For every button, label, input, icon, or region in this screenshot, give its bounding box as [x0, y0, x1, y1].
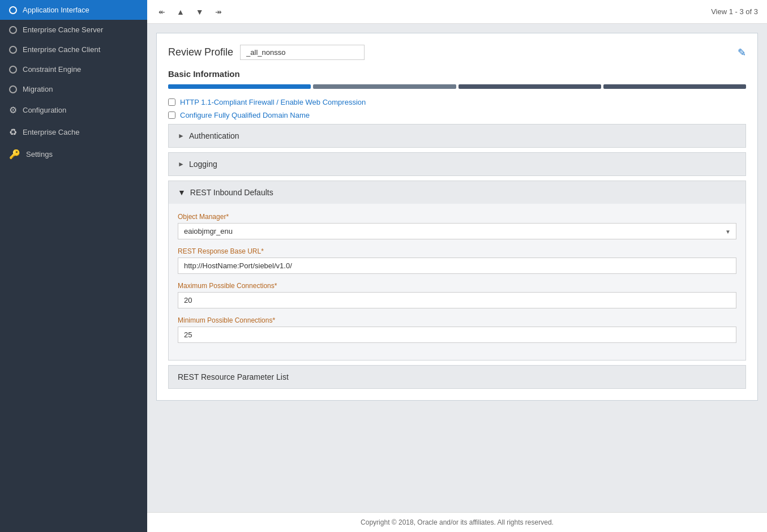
authentication-header[interactable]: ► Authentication: [169, 125, 745, 147]
chevron-right-icon: ►: [178, 132, 185, 140]
fqdn-label: Configure Fully Qualified Domain Name: [180, 111, 310, 119]
profile-name-input[interactable]: [240, 45, 365, 60]
sidebar-item-enterprise-cache-client[interactable]: Enterprise Cache Client: [0, 40, 147, 59]
rest-resource-title: REST Resource Parameter List: [178, 372, 289, 381]
sidebar-item-label: Enterprise Cache Client: [23, 45, 100, 54]
key-icon: 🔑: [9, 149, 20, 160]
sidebar-item-label: Application Interface: [23, 6, 89, 14]
circle-icon: [9, 46, 17, 54]
sidebar-item-application-interface[interactable]: Application Interface: [0, 0, 147, 20]
recycle-icon: ♻: [9, 127, 17, 138]
logging-section: ► Logging: [168, 152, 746, 176]
sidebar-item-label: Migration: [23, 85, 53, 93]
nav-prev-button[interactable]: ▲: [174, 6, 187, 18]
gear-icon: ⚙: [9, 105, 17, 115]
chevron-right-icon: ►: [178, 160, 185, 168]
nav-last-button[interactable]: ↠: [213, 6, 224, 18]
logging-header[interactable]: ► Logging: [169, 153, 745, 175]
toolbar-nav: ↞ ▲ ▼ ↠: [156, 6, 224, 18]
rest-inbound-header[interactable]: ▼ REST Inbound Defaults: [169, 181, 745, 204]
sidebar-item-label: Constraint Engine: [23, 65, 81, 74]
max-connections-group: Maximum Possible Connections*: [178, 282, 736, 308]
sidebar-group-label: Enterprise Cache: [23, 128, 79, 136]
sidebar-group-label: Settings: [26, 150, 53, 158]
max-connections-input[interactable]: [178, 292, 736, 308]
footer-text: Copyright © 2018, Oracle and/or its affi…: [361, 518, 554, 526]
sidebar-group-configuration[interactable]: ⚙ Configuration: [0, 99, 147, 121]
review-card: Review Profile ✎ Basic Information HTTP: [156, 33, 758, 401]
rest-inbound-title: REST Inbound Defaults: [190, 188, 273, 197]
circle-icon: [9, 6, 17, 14]
review-header: Review Profile ✎: [168, 45, 746, 60]
content-area: Review Profile ✎ Basic Information HTTP: [147, 24, 767, 512]
edit-icon[interactable]: ✎: [738, 46, 746, 59]
rest-response-url-group: REST Response Base URL*: [178, 247, 736, 274]
sidebar-item-enterprise-cache-server[interactable]: Enterprise Cache Server: [0, 20, 147, 40]
progress-segment-3: [459, 84, 601, 89]
main-content: ↞ ▲ ▼ ↠ View 1 - 3 of 3 Review Profile ✎…: [147, 0, 767, 532]
view-info: View 1 - 3 of 3: [711, 7, 758, 16]
nav-next-button[interactable]: ▼: [194, 6, 206, 18]
checkbox-fqdn: Configure Fully Qualified Domain Name: [168, 111, 746, 119]
rest-inbound-section: ▼ REST Inbound Defaults Object Manager* …: [168, 181, 746, 361]
sidebar-item-constraint-engine[interactable]: Constraint Engine: [0, 59, 147, 79]
rest-response-url-label: REST Response Base URL*: [178, 247, 736, 255]
chevron-down-icon: ▼: [178, 188, 186, 197]
object-manager-group: Object Manager* eaiobjmgr_enu: [178, 213, 736, 239]
sidebar-group-label: Configuration: [23, 106, 66, 114]
rest-resource-section: REST Resource Parameter List: [168, 365, 746, 389]
toolbar: ↞ ▲ ▼ ↠ View 1 - 3 of 3: [147, 0, 767, 24]
progress-segment-2: [313, 84, 456, 89]
circle-icon: [9, 66, 17, 74]
circle-icon: [9, 26, 17, 34]
nav-first-button[interactable]: ↞: [156, 6, 168, 18]
object-manager-label: Object Manager*: [178, 213, 736, 221]
progress-bar: [168, 84, 746, 89]
sidebar-group-enterprise-cache[interactable]: ♻ Enterprise Cache: [0, 121, 147, 143]
rest-inbound-body: Object Manager* eaiobjmgr_enu REST Respo…: [169, 204, 745, 360]
max-connections-label: Maximum Possible Connections*: [178, 282, 736, 290]
checkbox-http-firewall: HTTP 1.1-Compliant Firewall / Enable Web…: [168, 98, 746, 106]
http-firewall-checkbox[interactable]: [168, 98, 175, 106]
footer: Copyright © 2018, Oracle and/or its affi…: [147, 512, 767, 532]
min-connections-input[interactable]: [178, 327, 736, 343]
fqdn-checkbox[interactable]: [168, 111, 175, 119]
authentication-label: Authentication: [189, 131, 239, 140]
basic-info-title: Basic Information: [168, 69, 746, 79]
logging-label: Logging: [189, 160, 217, 169]
authentication-section: ► Authentication: [168, 124, 746, 148]
sidebar-item-migration[interactable]: Migration: [0, 79, 147, 99]
sidebar-item-label: Enterprise Cache Server: [23, 25, 103, 34]
min-connections-group: Minimum Possible Connections*: [178, 316, 736, 343]
sidebar: Application Interface Enterprise Cache S…: [0, 0, 147, 532]
object-manager-select-wrapper: eaiobjmgr_enu: [178, 223, 736, 239]
review-profile-title: Review Profile: [168, 46, 233, 58]
progress-segment-4: [603, 84, 746, 89]
rest-resource-header[interactable]: REST Resource Parameter List: [169, 366, 745, 388]
min-connections-label: Minimum Possible Connections*: [178, 316, 736, 324]
circle-icon: [9, 85, 17, 93]
rest-response-url-input[interactable]: [178, 258, 736, 274]
progress-segment-1: [168, 84, 311, 89]
sidebar-group-settings[interactable]: 🔑 Settings: [0, 143, 147, 165]
http-firewall-label: HTTP 1.1-Compliant Firewall / Enable Web…: [180, 98, 366, 106]
object-manager-select[interactable]: eaiobjmgr_enu: [178, 223, 736, 239]
